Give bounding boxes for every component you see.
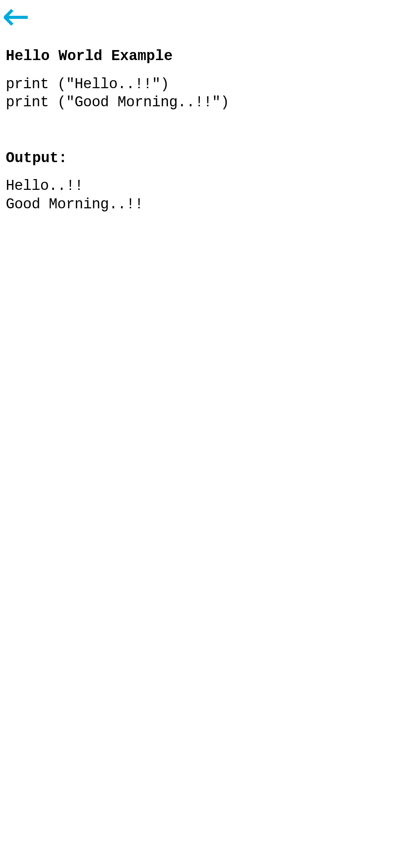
- output-section: Output: Hello..!! Good Morning..!!: [6, 149, 410, 214]
- arrow-left-icon: [4, 9, 29, 25]
- output-title: Output:: [6, 149, 410, 167]
- output-line: Good Morning..!!: [6, 195, 410, 214]
- app-header: [0, 0, 416, 37]
- example-title: Hello World Example: [6, 47, 410, 65]
- back-button[interactable]: [4, 9, 29, 25]
- code-line: print ("Good Morning..!!"): [6, 93, 410, 112]
- output-line: Hello..!!: [6, 177, 410, 195]
- output-block: Hello..!! Good Morning..!!: [6, 177, 410, 213]
- code-block: print ("Hello..!!") print ("Good Morning…: [6, 75, 410, 112]
- content-area: Hello World Example print ("Hello..!!") …: [0, 37, 416, 213]
- code-line: print ("Hello..!!"): [6, 75, 410, 94]
